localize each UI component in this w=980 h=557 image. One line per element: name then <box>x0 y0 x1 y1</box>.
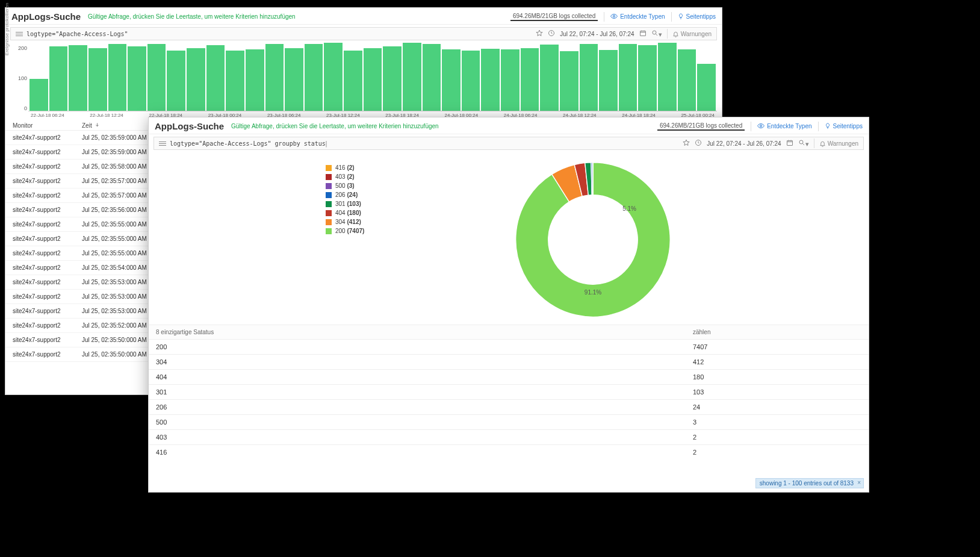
star-icon[interactable] <box>683 139 690 148</box>
legend-swatch <box>326 192 332 198</box>
bar[interactable] <box>88 48 107 111</box>
query-input[interactable]: logtype="Apache-Access-Logs" <box>26 30 532 39</box>
svg-point-9 <box>799 140 803 144</box>
cell-count: 412 <box>693 358 861 366</box>
arrow-down-icon <box>95 122 100 129</box>
legend-label: 500 (3) <box>335 182 355 189</box>
discovered-types-link[interactable]: Entdeckte Typen <box>757 122 811 131</box>
legend-swatch <box>326 165 332 171</box>
divider <box>814 138 814 148</box>
bar[interactable] <box>128 46 146 111</box>
calendar-icon[interactable] <box>786 139 793 148</box>
cell-count: 7407 <box>693 343 861 350</box>
bar[interactable] <box>481 49 500 111</box>
page-tips-link[interactable]: Seitentipps <box>678 13 716 21</box>
legend-item[interactable]: 500 (3) <box>326 181 446 190</box>
bell-icon[interactable]: Warnungen <box>819 140 858 147</box>
bar[interactable] <box>403 43 421 111</box>
bulb-icon <box>825 122 831 131</box>
calendar-icon[interactable] <box>639 30 647 38</box>
bar[interactable] <box>560 51 578 111</box>
bar[interactable] <box>167 51 185 111</box>
legend-swatch <box>326 210 332 216</box>
clock-icon[interactable] <box>548 30 555 38</box>
bar[interactable] <box>540 45 559 111</box>
bar[interactable] <box>265 44 284 111</box>
query-valid-message: Gültige Abfrage, drücken Sie die Leertas… <box>88 13 296 20</box>
donut-chart-area: 416 (2)403 (2)500 (3)206 (24)301 (103)40… <box>149 151 869 325</box>
bar[interactable] <box>678 49 696 111</box>
status-row[interactable]: 404180 <box>149 369 869 384</box>
bar[interactable] <box>324 43 343 111</box>
query-bar[interactable]: logtype="Apache-Access-Logs" Jul 22, 07:… <box>10 27 717 40</box>
status-row[interactable]: 4032 <box>149 429 869 444</box>
bar[interactable] <box>187 48 205 111</box>
legend-label: 301 (103) <box>335 201 361 207</box>
bar[interactable] <box>423 44 441 111</box>
cell-monitor: site24x7-support2 <box>13 221 82 228</box>
header: AppLogs-Suche Gültige Abfrage, drücken S… <box>5 8 722 25</box>
bell-icon[interactable]: Warnungen <box>672 31 712 37</box>
clock-icon[interactable] <box>695 139 702 148</box>
status-row[interactable]: 301103 <box>149 384 869 399</box>
query-input[interactable]: logtype="Apache-Access-Logs" groupby sta… <box>170 139 679 148</box>
bar[interactable] <box>226 51 244 111</box>
search-icon[interactable]: ▾ <box>798 139 809 148</box>
legend-label: 404 (180) <box>335 210 361 216</box>
divider <box>667 29 668 39</box>
search-icon[interactable]: ▾ <box>651 30 662 39</box>
eye-icon <box>610 13 618 21</box>
date-range[interactable]: Jul 22, 07:24 - Jul 26, 07:24 <box>707 140 781 147</box>
legend-item[interactable]: 304 (412) <box>326 217 446 226</box>
bar[interactable] <box>501 49 519 111</box>
bar[interactable] <box>442 49 461 111</box>
bar[interactable] <box>521 48 539 111</box>
status-row[interactable]: 4162 <box>149 444 869 459</box>
legend-item[interactable]: 416 (2) <box>326 163 446 172</box>
discovered-types-link[interactable]: Entdeckte Typen <box>610 13 665 21</box>
bar[interactable] <box>305 44 323 111</box>
bar[interactable] <box>638 45 657 111</box>
status-row[interactable]: 304412 <box>149 354 869 369</box>
star-icon[interactable] <box>536 30 543 38</box>
bar[interactable] <box>29 79 48 111</box>
legend-item[interactable]: 404 (180) <box>326 208 446 217</box>
bar[interactable] <box>49 46 68 111</box>
bar[interactable] <box>462 51 480 111</box>
svg-marker-6 <box>683 140 689 146</box>
col-monitor[interactable]: Monitor <box>13 122 82 129</box>
cell-monitor: site24x7-support2 <box>13 250 82 257</box>
close-icon[interactable]: × <box>857 479 861 486</box>
bar[interactable] <box>383 46 402 111</box>
status-row[interactable]: 5003 <box>149 414 869 429</box>
bar[interactable] <box>147 44 166 111</box>
legend-item[interactable]: 403 (2) <box>326 172 446 181</box>
cell-status: 206 <box>156 403 693 411</box>
bar[interactable] <box>246 49 264 111</box>
bar[interactable] <box>69 45 87 111</box>
bar[interactable] <box>658 43 677 111</box>
page-tips-link[interactable]: Seitentipps <box>825 122 863 131</box>
query-bar[interactable]: logtype="Apache-Access-Logs" groupby sta… <box>154 137 864 150</box>
bar[interactable] <box>599 50 618 111</box>
bar[interactable] <box>108 44 127 111</box>
bar[interactable] <box>206 45 225 111</box>
legend-item[interactable]: 206 (24) <box>326 190 446 199</box>
status-row[interactable]: 2007407 <box>149 339 869 354</box>
legend-item[interactable]: 200 (7407) <box>326 226 446 235</box>
bar[interactable] <box>619 44 637 111</box>
bar[interactable] <box>580 44 598 111</box>
legend-label: 403 (2) <box>335 173 355 180</box>
status-row[interactable]: 20624 <box>149 399 869 414</box>
legend-swatch <box>326 219 332 225</box>
bar[interactable] <box>697 64 716 111</box>
bar[interactable] <box>344 51 362 111</box>
cell-monitor: site24x7-support2 <box>13 279 82 285</box>
bar[interactable] <box>364 48 382 111</box>
cell-status: 404 <box>156 373 693 381</box>
date-range[interactable]: Jul 22, 07:24 - Jul 26, 07:24 <box>560 31 634 37</box>
bars-container <box>28 44 717 111</box>
legend-item[interactable]: 301 (103) <box>326 199 446 208</box>
list-icon <box>159 140 166 147</box>
bar[interactable] <box>285 48 303 111</box>
